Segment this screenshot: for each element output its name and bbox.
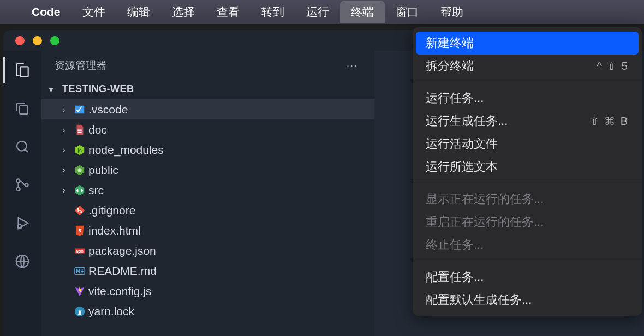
- search-icon[interactable]: [13, 137, 32, 157]
- tree-item-doc[interactable]: ›doc: [41, 119, 374, 140]
- node-icon: js: [71, 144, 88, 156]
- tree-item-vite-config-js[interactable]: vite.config.js: [41, 281, 374, 301]
- menu-item[interactable]: 配置任务...: [413, 266, 642, 289]
- menu-terminal[interactable]: 终端: [340, 1, 385, 23]
- close-button[interactable]: [15, 36, 25, 45]
- tree-item-label: README.md: [88, 265, 157, 278]
- explorer-icon[interactable]: [13, 61, 32, 80]
- menu-view[interactable]: 查看: [206, 1, 251, 23]
- menu-app[interactable]: Code: [21, 2, 71, 22]
- tree-item-label: index.html: [88, 224, 141, 237]
- tree-item--gitignore[interactable]: .gitignore: [41, 200, 374, 220]
- svg-point-2: [16, 179, 20, 182]
- activity-bar: [3, 51, 41, 336]
- tree-item-yarn-lock[interactable]: yarn.lock: [41, 301, 374, 321]
- tree-item--vscode[interactable]: ›.vscode: [41, 99, 374, 119]
- menu-item-label: 显示正在运行的任务...: [426, 191, 544, 207]
- tree-item-README-md[interactable]: README.md: [41, 261, 374, 281]
- run-debug-icon[interactable]: [13, 213, 32, 233]
- menu-item-label: 运行任务...: [426, 90, 484, 106]
- minimize-button[interactable]: [33, 36, 42, 45]
- yarn-icon: [71, 305, 88, 317]
- menu-item[interactable]: 拆分终端^ ⇧ 5: [413, 55, 642, 77]
- chevron-right-icon: ›: [57, 125, 71, 135]
- explorer-title: 资源管理器: [55, 58, 106, 73]
- menu-item[interactable]: 运行生成任务...⇧ ⌘ B: [413, 110, 642, 133]
- menu-item[interactable]: 配置默认生成任务...: [413, 289, 642, 311]
- project-section-header[interactable]: ▾ TESTING-WEB: [41, 80, 374, 98]
- vite-icon: [71, 285, 88, 297]
- explorer-panel: 资源管理器 ··· ▾ TESTING-WEB ›.vscode›doc›jsn…: [41, 51, 374, 336]
- svg-text:npm: npm: [76, 249, 84, 253]
- terminal-dropdown: 新建终端拆分终端^ ⇧ 5运行任务...运行生成任务...⇧ ⌘ B运行活动文件…: [413, 27, 642, 316]
- source-control-icon[interactable]: [13, 175, 32, 195]
- menu-selection[interactable]: 选择: [161, 1, 206, 23]
- tree-item-src[interactable]: ›src: [41, 180, 374, 200]
- md-icon: [71, 265, 88, 277]
- tree-item-label: public: [88, 164, 118, 177]
- tree-item-label: doc: [88, 123, 107, 136]
- tree-item-label: .gitignore: [88, 204, 135, 217]
- menu-item[interactable]: 运行任务...: [413, 87, 642, 110]
- menu-item-label: 终止任务...: [426, 237, 484, 253]
- menu-item-label: 重启正在运行的任务...: [426, 214, 544, 230]
- public-icon: [71, 164, 88, 176]
- svg-rect-0: [20, 106, 28, 114]
- menu-item: 终止任务...: [413, 233, 642, 256]
- tree-item-package-json[interactable]: npmpackage.json: [41, 241, 374, 261]
- tree-item-node-modules[interactable]: ›jsnode_modules: [41, 140, 374, 160]
- html-icon: 5: [71, 225, 88, 237]
- chevron-right-icon: ›: [57, 165, 71, 175]
- menu-item: 重启正在运行的任务...: [413, 211, 642, 233]
- svg-text:5: 5: [79, 228, 81, 233]
- menu-run[interactable]: 运行: [295, 1, 340, 23]
- tree-item-label: node_modules: [88, 143, 164, 157]
- menu-separator: [413, 82, 642, 82]
- file-tree: ›.vscode›doc›jsnode_modules›public›src.g…: [41, 98, 374, 321]
- tree-item-public[interactable]: ›public: [41, 160, 374, 180]
- project-name: TESTING-WEB: [62, 83, 134, 95]
- menu-item-label: 配置任务...: [426, 269, 484, 285]
- explorer-header: 资源管理器 ···: [41, 51, 374, 80]
- menu-item: 显示正在运行的任务...: [413, 188, 642, 211]
- menu-item-shortcut: ^ ⇧ 5: [597, 59, 629, 73]
- chevron-down-icon: ▾: [49, 85, 59, 94]
- macos-menubar: Code 文件 编辑 选择 查看 转到 运行 终端 窗口 帮助: [0, 0, 644, 24]
- menu-item[interactable]: 运行活动文件: [413, 133, 642, 155]
- vscode-icon: [71, 104, 88, 116]
- tree-item-label: yarn.lock: [88, 305, 134, 318]
- npm-icon: npm: [71, 245, 88, 257]
- more-icon[interactable]: ···: [347, 60, 361, 71]
- menu-help[interactable]: 帮助: [430, 1, 474, 23]
- svg-point-10: [80, 211, 82, 213]
- src-icon: [71, 184, 88, 196]
- chevron-right-icon: ›: [57, 105, 71, 115]
- menu-separator: [413, 183, 642, 183]
- svg-text:js: js: [77, 147, 82, 153]
- menu-window[interactable]: 窗口: [385, 1, 430, 23]
- svg-point-4: [25, 183, 28, 187]
- maximize-button[interactable]: [50, 36, 59, 45]
- menu-item[interactable]: 新建终端: [416, 32, 639, 55]
- menu-separator: [413, 261, 642, 261]
- menu-go[interactable]: 转到: [251, 1, 295, 23]
- menu-item-label: 配置默认生成任务...: [426, 292, 532, 308]
- chevron-right-icon: ›: [57, 185, 71, 195]
- svg-point-1: [17, 141, 27, 151]
- menu-file[interactable]: 文件: [71, 1, 116, 23]
- tree-item-label: vite.config.js: [88, 285, 152, 298]
- tree-item-index-html[interactable]: 5index.html: [41, 220, 374, 241]
- menu-item-label: 新建终端: [426, 35, 474, 51]
- tree-item-label: .vscode: [88, 103, 128, 116]
- menu-item-label: 运行生成任务...: [426, 113, 508, 129]
- menu-item-label: 运行活动文件: [426, 136, 498, 152]
- tree-item-label: src: [88, 184, 104, 197]
- menu-edit[interactable]: 编辑: [116, 1, 161, 23]
- copy-icon[interactable]: [13, 99, 32, 118]
- menu-item-shortcut: ⇧ ⌘ B: [590, 115, 629, 128]
- remote-icon[interactable]: [13, 251, 32, 271]
- menu-item-label: 运行所选文本: [426, 159, 498, 175]
- svg-point-3: [16, 187, 20, 190]
- menu-item-label: 拆分终端: [426, 58, 474, 74]
- menu-item[interactable]: 运行所选文本: [413, 155, 642, 178]
